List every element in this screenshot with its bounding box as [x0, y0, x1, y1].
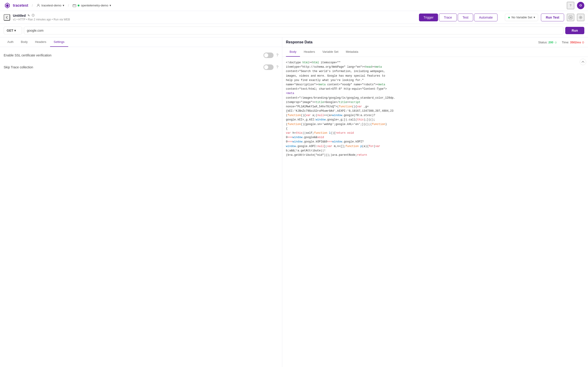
skip-trace-row: Skip Trace collection ? [4, 65, 278, 70]
settings-content: Enable SSL certificate verification ? Sk… [0, 47, 282, 75]
method-select[interactable]: GET ▾ [4, 27, 22, 34]
code-line-12: {kEI:'KJBnZc79GoiS2roP6umr0A4',kEXPI:'0,… [286, 109, 584, 113]
svg-point-3 [38, 4, 39, 6]
method-label: GET [7, 29, 13, 32]
code-line-14: google.kEI=_g.kEI:window.google=_g;}).ca… [286, 118, 584, 122]
code-line-20: window.google.kOPI:null};var m,n=[];func… [286, 144, 584, 149]
run-test-button[interactable]: Run Test [541, 14, 564, 21]
code-line-4: images, videos and more. Google has many… [286, 74, 584, 78]
main-tab-group: Trigger Trace Test Automate [419, 14, 498, 21]
code-line-22: (b=a.getAttribute("eid")));)a=a.parentNo… [286, 153, 584, 157]
share-button[interactable] [567, 14, 574, 21]
req-tab-auth[interactable]: Auth [4, 37, 17, 47]
settings-button[interactable] [577, 14, 584, 21]
nav-env[interactable]: opentelemetry-demo ▾ [73, 4, 111, 7]
sub-header: Untitled ✎ ⓘ v1 • HTTP • Ran 2 minutes a… [0, 11, 588, 24]
test-title-row: Untitled ✎ ⓘ [13, 14, 412, 17]
info-icon[interactable]: ⓘ [32, 14, 35, 17]
variable-set-button[interactable]: ● No Variable Set ▾ [505, 14, 538, 21]
ssl-slider [263, 52, 274, 58]
run-button[interactable]: Run [565, 27, 584, 34]
time-label-text: Time: 3502ms ⊙ [562, 41, 584, 44]
resp-tab-variable-set[interactable]: Variable Set [319, 47, 342, 57]
url-bar: GET ▾ Run [0, 24, 588, 37]
ssl-setting-row: Enable SSL certificate verification ? [4, 52, 278, 58]
code-line-15: (function(){google.sn='webhp';google.kHL… [286, 122, 584, 127]
url-input[interactable] [24, 27, 563, 34]
expand-button[interactable] [580, 59, 586, 65]
ssl-help-icon[interactable]: ? [276, 53, 278, 57]
code-line-18: 0===window.google&&void [286, 135, 584, 140]
code-line-3: content="Search the world's information,… [286, 69, 584, 74]
code-line-1: <!doctype html><html itemscope="" [286, 60, 584, 65]
back-icon [5, 16, 9, 19]
logo-text: tracetest [13, 3, 28, 8]
ssl-toggle[interactable] [263, 52, 274, 58]
left-panel: Auth Body Headers Settings Enable SSL ce… [0, 37, 282, 367]
tab-automate[interactable]: Automate [474, 14, 498, 21]
logo-icon [4, 2, 11, 9]
status-icon: ☺ [554, 41, 557, 44]
code-line-6: name="description"><meta content="noodp"… [286, 83, 584, 87]
response-meta: Status: 200 ☺ Time: 3502ms ⊙ [538, 41, 584, 44]
profile-button[interactable]: O [577, 2, 584, 9]
response-title: Response Data [286, 40, 313, 44]
resp-tab-headers[interactable]: Headers [300, 47, 319, 57]
code-line-9: content="/images/branding/googleg/1x/goo… [286, 96, 584, 100]
var-set-label: No Variable Set [511, 16, 532, 19]
env-status-dot [78, 5, 79, 6]
help-button[interactable]: ? [567, 2, 574, 9]
var-set-chevron: ▾ [534, 16, 535, 19]
edit-icon[interactable]: ✎ [27, 14, 30, 17]
skip-trace-help-icon[interactable]: ? [276, 65, 278, 69]
req-tab-body[interactable]: Body [17, 37, 32, 47]
tab-test[interactable]: Test [458, 14, 473, 21]
expand-icon [581, 60, 585, 64]
request-tabs: Auth Body Headers Settings [0, 37, 282, 47]
skip-trace-label: Skip Trace collection [4, 65, 261, 69]
code-line-8: <meta [286, 91, 584, 96]
code-line-2: itemtype="http://schema.org/WebPage" lan… [286, 65, 584, 69]
env-chevron: ▾ [110, 4, 111, 7]
skip-trace-slider [263, 65, 274, 70]
tab-trigger[interactable]: Trigger [419, 14, 438, 21]
logo-area: tracetest [4, 2, 28, 9]
req-tab-settings[interactable]: Settings [50, 37, 68, 47]
response-tabs: Body Headers Variable Set Metadata [282, 47, 588, 57]
top-nav: tracetest / tracetest-demo ▾ / opentelem… [0, 0, 588, 11]
code-line-16: { [286, 127, 584, 131]
env-label: opentelemetry-demo [81, 4, 108, 7]
share-icon [569, 15, 573, 19]
test-meta: v1 • HTTP • Ran 2 minutes ago • Run via … [13, 18, 412, 21]
status-label-text: Status: 200 ☺ [538, 41, 557, 44]
req-tab-headers[interactable]: Headers [31, 37, 50, 47]
nav-right: ? O [567, 2, 584, 9]
code-line-5: help you find exactly what you're lookin… [286, 78, 584, 83]
method-chevron: ▾ [14, 29, 16, 32]
nav-separator: / [32, 4, 33, 7]
code-line-21: b;a&&(!a.getAttribute||! [286, 149, 584, 153]
test-title-text: Untitled [13, 14, 26, 17]
back-button[interactable] [4, 14, 10, 21]
time-value: 3502ms [570, 41, 581, 44]
resp-tab-body[interactable]: Body [286, 47, 300, 57]
nav-user[interactable]: tracetest-demo ▾ [36, 4, 65, 7]
nav-left: tracetest / tracetest-demo ▾ / opentelem… [4, 2, 111, 9]
time-icon: ⊙ [582, 41, 584, 44]
svg-point-6 [580, 17, 581, 18]
test-info: Untitled ✎ ⓘ v1 • HTTP • Ran 2 minutes a… [13, 14, 412, 21]
tab-trace[interactable]: Trace [439, 14, 457, 21]
right-panel: Response Data Status: 200 ☺ Time: 3502ms… [282, 37, 588, 367]
status-value: 200 [548, 41, 553, 44]
user-label: tracetest-demo [42, 4, 61, 7]
var-set-check-icon: ● [508, 15, 510, 19]
code-line-19: 0===window.google.kOPI&&0===window.googl… [286, 140, 584, 144]
response-header: Response Data Status: 200 ☺ Time: 3502ms… [282, 37, 588, 47]
user-icon [36, 4, 40, 7]
skip-trace-toggle[interactable] [263, 65, 274, 70]
resp-tab-metadata[interactable]: Metadata [342, 47, 362, 57]
nav-separator2: / [68, 4, 69, 7]
ssl-label: Enable SSL certificate verification [4, 53, 261, 57]
gear-icon [579, 15, 583, 19]
code-line-17: var h=this||self;function l(){return voi… [286, 131, 584, 135]
